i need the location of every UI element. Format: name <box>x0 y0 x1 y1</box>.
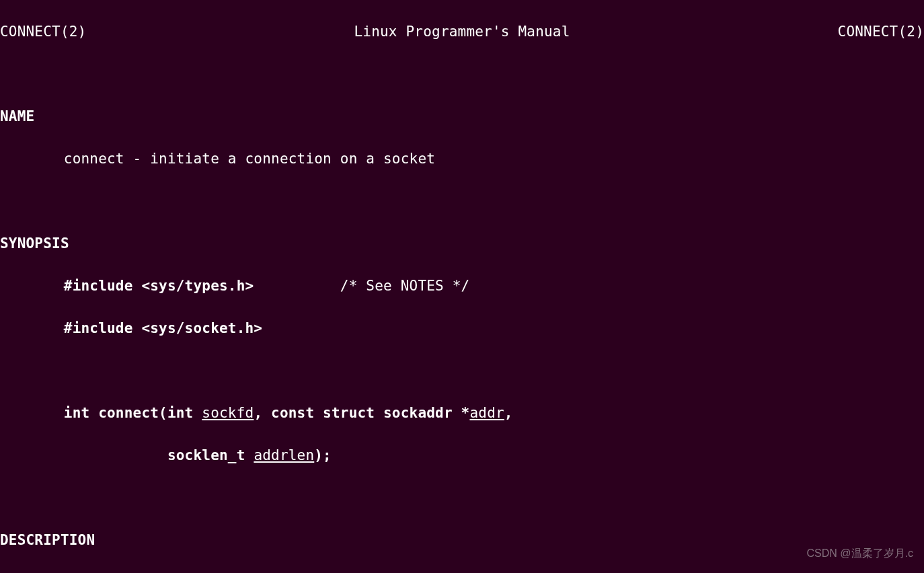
watermark-text: CSDN @温柔了岁月.c <box>807 543 913 564</box>
section-heading-synopsis: SYNOPSIS <box>0 233 924 255</box>
sig-comma: , <box>504 405 513 421</box>
param-sockfd: sockfd <box>202 405 254 421</box>
include-comment: /* See NOTES */ <box>340 278 470 294</box>
sig-prefix: int connect(int <box>64 405 202 421</box>
name-line: connect - initiate a connection on a soc… <box>0 149 924 170</box>
synopsis-include-1: #include <sys/types.h> /* See NOTES */ <box>0 276 924 297</box>
sig-close: ); <box>314 447 332 463</box>
header-right: CONNECT(2) <box>838 22 924 43</box>
section-heading-name: NAME <box>0 106 924 128</box>
section-heading-description: DESCRIPTION <box>0 530 924 551</box>
sig-mid: , const struct sockaddr * <box>254 405 469 421</box>
synopsis-signature-line1: int connect(int sockfd, const struct soc… <box>0 403 924 424</box>
synopsis-signature-line2: socklen_t addrlen); <box>0 445 924 467</box>
param-addr: addr <box>469 405 504 421</box>
header-center: Linux Programmer's Manual <box>354 22 570 43</box>
man-page: CONNECT(2)Linux Programmer's ManualCONNE… <box>0 0 924 573</box>
header-line: CONNECT(2)Linux Programmer's ManualCONNE… <box>0 22 924 43</box>
include-directive: #include <sys/types.h> <box>64 278 254 294</box>
synopsis-include-2: #include <sys/socket.h> <box>0 318 924 340</box>
param-addrlen: addrlen <box>254 447 314 463</box>
sig-type: socklen_t <box>167 447 254 463</box>
header-left: CONNECT(2) <box>0 22 86 43</box>
